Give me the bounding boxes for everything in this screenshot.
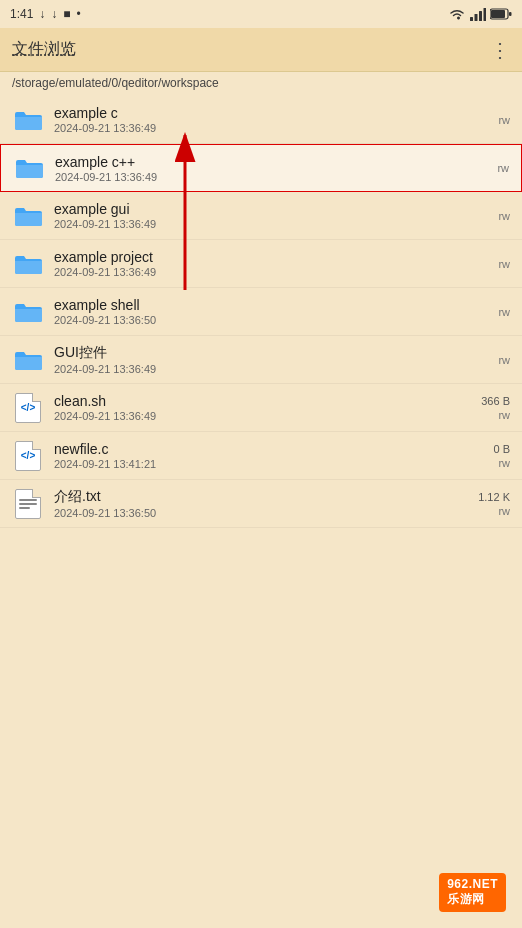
- file-permissions: rw: [498, 258, 510, 270]
- file-meta: rw: [490, 354, 510, 366]
- watermark-site: 962.NET: [447, 877, 498, 891]
- file-info: example project2024-09-21 13:36:49: [54, 249, 490, 278]
- wifi-icon: [448, 7, 466, 21]
- file-meta: 0 Brw: [485, 443, 510, 469]
- status-square-icon: ■: [63, 7, 70, 21]
- folder-icon: [13, 152, 45, 184]
- code-icon: </>: [15, 441, 41, 471]
- list-item[interactable]: 介绍.txt2024-09-21 13:36:501.12 Krw: [0, 480, 522, 528]
- file-name: GUI控件: [54, 344, 490, 362]
- app-bar-actions: ⋮: [490, 40, 510, 60]
- folder-icon: [12, 296, 44, 328]
- svg-rect-6: [509, 12, 512, 16]
- file-meta: 1.12 Krw: [470, 491, 510, 517]
- file-name: 介绍.txt: [54, 488, 470, 506]
- file-date: 2024-09-21 13:36:49: [54, 363, 490, 375]
- app-bar: 文件浏览 ⋮: [0, 28, 522, 72]
- file-info: example c++2024-09-21 13:36:49: [55, 154, 489, 183]
- file-meta: 366 Brw: [473, 395, 510, 421]
- folder-icon: [12, 200, 44, 232]
- folder-icon: [12, 104, 44, 136]
- file-meta: rw: [490, 258, 510, 270]
- more-options-button[interactable]: ⋮: [490, 40, 510, 60]
- file-info: newfile.c2024-09-21 13:41:21: [54, 441, 485, 470]
- file-permissions: rw: [498, 409, 510, 421]
- download-icon-1: ↓: [39, 7, 45, 21]
- list-item[interactable]: GUI控件2024-09-21 13:36:49rw: [0, 336, 522, 384]
- file-permissions: rw: [498, 306, 510, 318]
- file-info: GUI控件2024-09-21 13:36:49: [54, 344, 490, 375]
- list-item[interactable]: example project2024-09-21 13:36:49rw: [0, 240, 522, 288]
- file-size: 1.12 K: [478, 491, 510, 503]
- file-name: example shell: [54, 297, 490, 313]
- file-info: clean.sh2024-09-21 13:36:49: [54, 393, 473, 422]
- svg-rect-5: [491, 10, 505, 18]
- download-icon-2: ↓: [51, 7, 57, 21]
- watermark-platform: 乐游网: [447, 892, 485, 906]
- file-permissions: rw: [498, 457, 510, 469]
- status-bar: 1:41 ↓ ↓ ■ •: [0, 0, 522, 28]
- list-item[interactable]: example gui2024-09-21 13:36:49rw: [0, 192, 522, 240]
- file-info: 介绍.txt2024-09-21 13:36:50: [54, 488, 470, 519]
- file-date: 2024-09-21 13:36:50: [54, 507, 470, 519]
- file-name: clean.sh: [54, 393, 473, 409]
- text-icon: [15, 489, 41, 519]
- file-meta: rw: [489, 162, 509, 174]
- file-name: example project: [54, 249, 490, 265]
- code-file-icon: </>: [12, 392, 44, 424]
- time-display: 1:41: [10, 7, 33, 21]
- file-name: example c: [54, 105, 490, 121]
- status-right: [448, 7, 512, 21]
- list-item[interactable]: </>clean.sh2024-09-21 13:36:49366 Brw: [0, 384, 522, 432]
- file-list: example c2024-09-21 13:36:49rw example c…: [0, 96, 522, 528]
- app-bar-title: 文件浏览: [12, 39, 76, 60]
- svg-rect-2: [479, 11, 482, 21]
- list-item[interactable]: example c++2024-09-21 13:36:49rw: [0, 144, 522, 192]
- file-date: 2024-09-21 13:36:49: [54, 122, 490, 134]
- file-permissions: rw: [498, 505, 510, 517]
- file-name: newfile.c: [54, 441, 485, 457]
- svg-rect-3: [484, 8, 487, 21]
- code-file-icon: </>: [12, 440, 44, 472]
- file-date: 2024-09-21 13:36:49: [54, 218, 490, 230]
- file-date: 2024-09-21 13:36:49: [54, 266, 490, 278]
- file-date: 2024-09-21 13:36:50: [54, 314, 490, 326]
- text-file-icon: [12, 488, 44, 520]
- file-name: example gui: [54, 201, 490, 217]
- file-size: 0 B: [493, 443, 510, 455]
- file-meta: rw: [490, 114, 510, 126]
- svg-rect-1: [475, 14, 478, 21]
- file-info: example gui2024-09-21 13:36:49: [54, 201, 490, 230]
- current-path: /storage/emulated/0/qeditor/workspace: [12, 76, 219, 90]
- signal-icon: [470, 7, 486, 21]
- file-info: example shell2024-09-21 13:36:50: [54, 297, 490, 326]
- file-meta: rw: [490, 210, 510, 222]
- file-date: 2024-09-21 13:36:49: [55, 171, 489, 183]
- list-item[interactable]: example c2024-09-21 13:36:49rw: [0, 96, 522, 144]
- file-meta: rw: [490, 306, 510, 318]
- code-icon: </>: [15, 393, 41, 423]
- list-item[interactable]: example shell2024-09-21 13:36:50rw: [0, 288, 522, 336]
- folder-icon: [12, 248, 44, 280]
- status-dot: •: [77, 7, 81, 21]
- file-permissions: rw: [498, 114, 510, 126]
- watermark: 962.NET 乐游网: [439, 873, 506, 912]
- file-permissions: rw: [498, 354, 510, 366]
- svg-rect-0: [470, 17, 473, 21]
- file-permissions: rw: [498, 210, 510, 222]
- file-date: 2024-09-21 13:41:21: [54, 458, 485, 470]
- file-name: example c++: [55, 154, 489, 170]
- file-info: example c2024-09-21 13:36:49: [54, 105, 490, 134]
- file-size: 366 B: [481, 395, 510, 407]
- path-bar: /storage/emulated/0/qeditor/workspace: [0, 72, 522, 96]
- file-permissions: rw: [497, 162, 509, 174]
- list-item[interactable]: </>newfile.c2024-09-21 13:41:210 Brw: [0, 432, 522, 480]
- battery-icon: [490, 8, 512, 20]
- status-left: 1:41 ↓ ↓ ■ •: [10, 7, 81, 21]
- file-date: 2024-09-21 13:36:49: [54, 410, 473, 422]
- folder-icon: [12, 344, 44, 376]
